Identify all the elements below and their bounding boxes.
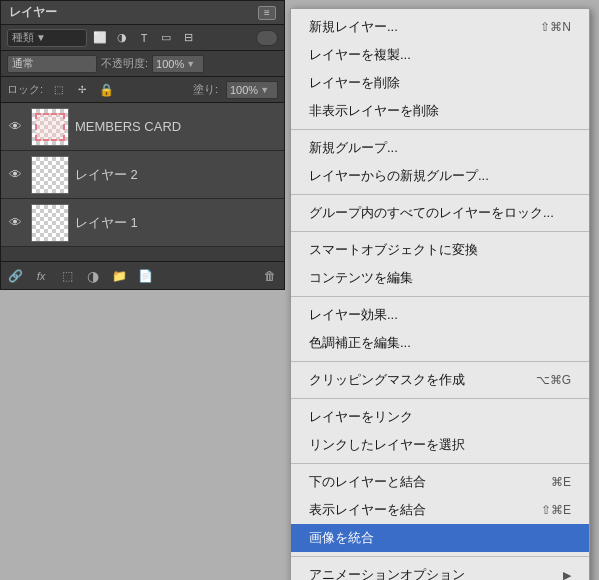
- add-adjustment-icon[interactable]: ◑: [83, 266, 103, 286]
- menu-item-label: 非表示レイヤーを削除: [309, 102, 439, 120]
- menu-separator: [291, 129, 589, 130]
- layers-list: 👁 MEMBERS CARD 👁 レイヤー 2 👁 レイヤー 1: [1, 103, 284, 247]
- layer-item[interactable]: 👁 レイヤー 1: [1, 199, 284, 247]
- menu-item-label: リンクしたレイヤーを選択: [309, 436, 465, 454]
- filter-toolbar: 種類 ▼ ⬜ ◑ T ▭ ⊟: [1, 25, 284, 51]
- menu-item-edit-contents[interactable]: コンテンツを編集: [291, 264, 589, 292]
- menu-item-label: スマートオブジェクトに変換: [309, 241, 478, 259]
- menu-item-merge-down[interactable]: 下のレイヤーと結合 ⌘E: [291, 468, 589, 496]
- menu-item-label: アニメーションオプション: [309, 566, 465, 580]
- menu-separator: [291, 463, 589, 464]
- menu-item-new-layer[interactable]: 新規レイヤー... ⇧⌘N: [291, 13, 589, 41]
- menu-item-link-layers[interactable]: レイヤーをリンク: [291, 403, 589, 431]
- menu-shortcut: ⌥⌘G: [536, 373, 571, 387]
- menu-shortcut: ⇧⌘E: [541, 503, 571, 517]
- filter-shape-icon[interactable]: ▭: [157, 29, 175, 47]
- lock-pixels-icon[interactable]: ⬚: [49, 81, 67, 99]
- menu-shortcut: ⌘E: [551, 475, 571, 489]
- menu-shortcut: ⇧⌘N: [540, 20, 571, 34]
- panel-bottom-bar: 🔗 fx ⬚ ◑ 📁 📄 🗑: [1, 261, 284, 289]
- menu-item-label: グループ内のすべてのレイヤーをロック...: [309, 204, 554, 222]
- menu-item-select-linked[interactable]: リンクしたレイヤーを選択: [291, 431, 589, 459]
- filter-image-icon[interactable]: ⬜: [91, 29, 109, 47]
- submenu-arrow-icon: ▶: [563, 569, 571, 581]
- layer-thumbnail: [31, 156, 69, 194]
- menu-separator: [291, 194, 589, 195]
- opacity-label: 不透明度:: [101, 56, 148, 71]
- panel-header: レイヤー: [1, 1, 284, 25]
- fx-icon[interactable]: fx: [31, 266, 51, 286]
- blend-mode-select[interactable]: 通常: [7, 55, 97, 73]
- layer-thumbnail: [31, 108, 69, 146]
- menu-item-label: レイヤーからの新規グループ...: [309, 167, 489, 185]
- lock-label: ロック:: [7, 82, 43, 97]
- menu-item-label: レイヤーをリンク: [309, 408, 413, 426]
- menu-item-label: レイヤーを削除: [309, 74, 400, 92]
- menu-item-lock-all-layers[interactable]: グループ内のすべてのレイヤーをロック...: [291, 199, 589, 227]
- search-box[interactable]: 種類 ▼: [7, 29, 87, 47]
- visibility-toggle[interactable]: 👁: [5, 165, 25, 185]
- layer-item[interactable]: 👁 レイヤー 2: [1, 151, 284, 199]
- menu-separator: [291, 231, 589, 232]
- lock-all-icon[interactable]: 🔒: [97, 81, 115, 99]
- menu-item-clipping-mask[interactable]: クリッピングマスクを作成 ⌥⌘G: [291, 366, 589, 394]
- panel-menu-button[interactable]: [258, 6, 276, 20]
- visibility-toggle[interactable]: 👁: [5, 117, 25, 137]
- delete-layer-icon[interactable]: 🗑: [260, 266, 280, 286]
- menu-item-merge-visible[interactable]: 表示レイヤーを結合 ⇧⌘E: [291, 496, 589, 524]
- menu-separator: [291, 398, 589, 399]
- layer-name: レイヤー 1: [75, 214, 280, 232]
- menu-item-duplicate-layer[interactable]: レイヤーを複製...: [291, 41, 589, 69]
- menu-item-label: 下のレイヤーと結合: [309, 473, 426, 491]
- menu-item-flatten-image[interactable]: 画像を統合: [291, 524, 589, 552]
- menu-item-label: 新規グループ...: [309, 139, 398, 157]
- menu-item-convert-smart[interactable]: スマートオブジェクトに変換: [291, 236, 589, 264]
- layers-panel: レイヤー 種類 ▼ ⬜ ◑ T ▭ ⊟ 通常 不透明度: 100% ▼ ロック:…: [0, 0, 285, 290]
- fill-input[interactable]: 100% ▼: [226, 81, 278, 99]
- menu-separator: [291, 296, 589, 297]
- filter-adjustment-icon[interactable]: ◑: [113, 29, 131, 47]
- menu-item-label: クリッピングマスクを作成: [309, 371, 465, 389]
- menu-item-label: 新規レイヤー...: [309, 18, 398, 36]
- lock-position-icon[interactable]: ✢: [73, 81, 91, 99]
- menu-item-label: レイヤー効果...: [309, 306, 398, 324]
- menu-item-label: 画像を統合: [309, 529, 374, 547]
- layer-name: レイヤー 2: [75, 166, 280, 184]
- new-group-icon[interactable]: 📁: [109, 266, 129, 286]
- menu-item-new-group[interactable]: 新規グループ...: [291, 134, 589, 162]
- visibility-toggle[interactable]: 👁: [5, 213, 25, 233]
- opacity-input[interactable]: 100% ▼: [152, 55, 204, 73]
- fill-label: 塗り:: [193, 82, 218, 97]
- filter-text-icon[interactable]: T: [135, 29, 153, 47]
- menu-item-label: 表示レイヤーを結合: [309, 501, 426, 519]
- menu-item-animation-options[interactable]: アニメーションオプション ▶: [291, 561, 589, 580]
- menu-item-label: 色調補正を編集...: [309, 334, 411, 352]
- panel-title: レイヤー: [9, 4, 57, 21]
- menu-item-new-group-from-layers[interactable]: レイヤーからの新規グループ...: [291, 162, 589, 190]
- search-label: 種類: [12, 30, 34, 45]
- menu-item-edit-adjustments[interactable]: 色調補正を編集...: [291, 329, 589, 357]
- menu-item-delete-layer[interactable]: レイヤーを削除: [291, 69, 589, 97]
- blend-mode-row: 通常 不透明度: 100% ▼: [1, 51, 284, 77]
- add-mask-icon[interactable]: ⬚: [57, 266, 77, 286]
- menu-separator: [291, 361, 589, 362]
- lock-row: ロック: ⬚ ✢ 🔒 塗り: 100% ▼: [1, 77, 284, 103]
- context-menu: 新規レイヤー... ⇧⌘N レイヤーを複製... レイヤーを削除 非表示レイヤー…: [290, 8, 590, 580]
- new-layer-icon[interactable]: 📄: [135, 266, 155, 286]
- filter-smart-icon[interactable]: ⊟: [179, 29, 197, 47]
- layer-thumbnail: [31, 204, 69, 242]
- menu-item-delete-hidden[interactable]: 非表示レイヤーを削除: [291, 97, 589, 125]
- menu-item-label: コンテンツを編集: [309, 269, 413, 287]
- layer-name: MEMBERS CARD: [75, 119, 280, 134]
- layer-item[interactable]: 👁 MEMBERS CARD: [1, 103, 284, 151]
- menu-separator: [291, 556, 589, 557]
- filter-toggle[interactable]: [256, 30, 278, 46]
- menu-item-label: レイヤーを複製...: [309, 46, 411, 64]
- menu-item-layer-effects[interactable]: レイヤー効果...: [291, 301, 589, 329]
- link-layers-icon[interactable]: 🔗: [5, 266, 25, 286]
